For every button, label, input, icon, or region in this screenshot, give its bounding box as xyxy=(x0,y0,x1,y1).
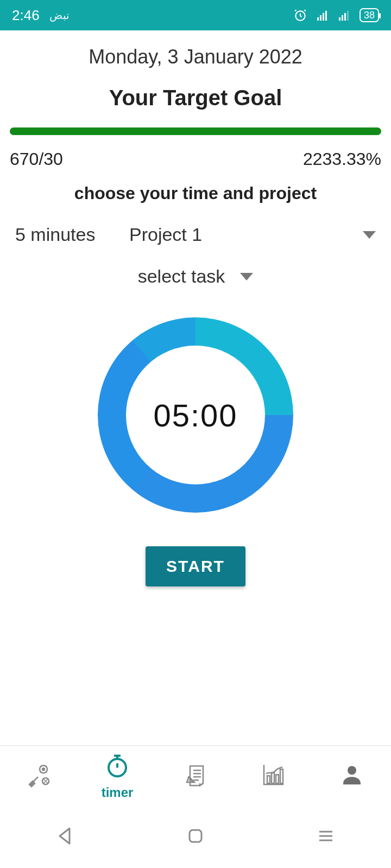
chevron-down-icon xyxy=(363,231,376,239)
date-label: Monday, 3 January 2022 xyxy=(10,46,381,68)
progress-labels: 670/30 2233.33% xyxy=(10,149,381,169)
notes-icon xyxy=(182,762,209,791)
svg-rect-2 xyxy=(320,15,321,21)
svg-rect-7 xyxy=(344,13,346,21)
battery-icon: 38 xyxy=(360,8,379,22)
svg-rect-1 xyxy=(317,17,319,21)
status-left: 2:46 نبض xyxy=(12,7,70,24)
timer-ring: 05:00 xyxy=(98,317,293,513)
start-wrap: START xyxy=(10,546,381,586)
nav-timer[interactable]: timer xyxy=(78,746,156,806)
picker-subtitle: choose your time and project xyxy=(10,183,381,203)
svg-rect-16 xyxy=(280,769,283,783)
stopwatch-icon xyxy=(104,752,130,782)
back-icon[interactable] xyxy=(54,825,76,849)
signal2-icon xyxy=(338,9,351,22)
svg-rect-15 xyxy=(276,775,279,783)
svg-rect-4 xyxy=(325,11,327,21)
tools-icon xyxy=(26,762,52,791)
timer-ring-inner: 05:00 xyxy=(126,346,265,484)
battery-level: 38 xyxy=(364,9,375,21)
svg-rect-13 xyxy=(267,776,270,783)
home-icon[interactable] xyxy=(185,825,206,849)
goal-progress: 670/30 2233.33% xyxy=(10,127,381,169)
progress-bar xyxy=(10,127,381,135)
recent-icon[interactable] xyxy=(315,825,337,849)
main-content: Monday, 3 January 2022 Your Target Goal … xyxy=(0,30,391,586)
svg-rect-6 xyxy=(342,15,343,21)
time-select-value: 5 minutes xyxy=(15,224,95,245)
svg-rect-3 xyxy=(323,13,324,21)
progress-percent: 2233.33% xyxy=(303,149,381,169)
nav-timer-label: timer xyxy=(102,785,134,800)
alarm-icon xyxy=(293,8,307,22)
chart-icon xyxy=(261,762,287,791)
status-time: 2:46 xyxy=(12,7,40,24)
status-bar: 2:46 نبض 38 xyxy=(0,0,391,30)
time-project-row: 5 minutes Project 1 xyxy=(10,224,381,245)
timer-ring-wrap: 05:00 xyxy=(10,317,381,513)
page-title: Your Target Goal xyxy=(10,86,381,110)
nav-tasks[interactable] xyxy=(156,746,235,806)
project-select[interactable]: Project 1 xyxy=(118,224,376,245)
bottom-nav: timer xyxy=(0,745,391,806)
project-select-value: Project 1 xyxy=(129,224,202,245)
status-right: 38 xyxy=(293,8,379,22)
svg-point-17 xyxy=(348,766,356,775)
start-button[interactable]: START xyxy=(146,546,245,586)
nav-stats[interactable] xyxy=(235,746,313,806)
chevron-down-icon xyxy=(240,273,253,280)
svg-point-10 xyxy=(42,768,45,770)
nav-profile[interactable] xyxy=(313,746,391,806)
system-nav xyxy=(0,806,391,868)
svg-rect-14 xyxy=(272,773,274,783)
time-select[interactable]: 5 minutes xyxy=(15,224,118,245)
person-icon xyxy=(339,762,365,791)
status-app-indicator: نبض xyxy=(49,9,70,22)
signal-icon xyxy=(316,9,329,22)
task-select[interactable]: select task xyxy=(10,266,381,287)
svg-rect-18 xyxy=(190,830,201,842)
progress-ratio: 670/30 xyxy=(10,149,63,169)
nav-tools[interactable] xyxy=(0,746,78,806)
timer-display: 05:00 xyxy=(153,397,237,433)
svg-rect-5 xyxy=(339,17,340,21)
task-select-value: select task xyxy=(138,266,225,287)
svg-rect-8 xyxy=(347,11,349,21)
